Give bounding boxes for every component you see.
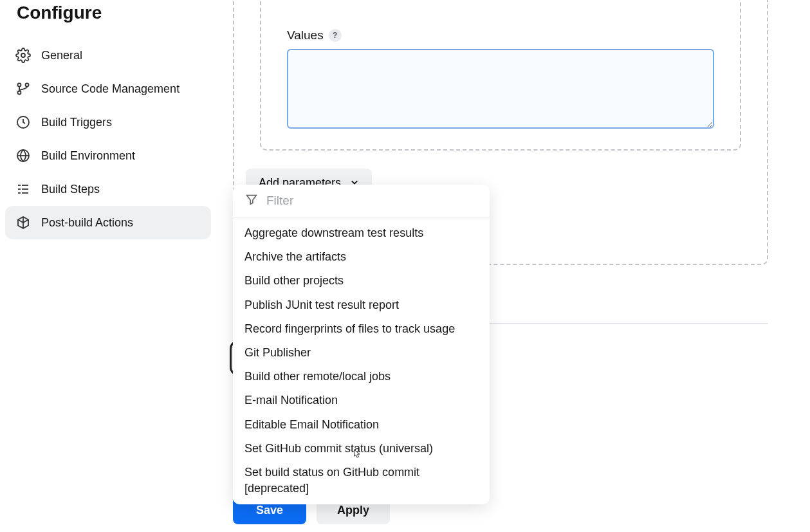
config-panel-inner: Values ?	[260, 0, 741, 151]
dropdown-item[interactable]: E-mail Notification	[233, 389, 490, 412]
sidebar-item-label: Build Environment	[41, 149, 135, 163]
sidebar-item-label: Build Steps	[41, 183, 100, 196]
clock-icon	[15, 115, 31, 130]
sidebar-item-general[interactable]: General	[5, 39, 211, 72]
svg-point-0	[21, 53, 25, 57]
sidebar-item-label: Build Triggers	[41, 116, 112, 129]
dropdown-item[interactable]: Publish JUnit test result report	[233, 293, 490, 317]
dropdown-item[interactable]: Aggregate downstream test results	[233, 221, 490, 245]
dropdown-filter-input[interactable]	[266, 194, 478, 208]
svg-point-1	[18, 84, 21, 87]
package-icon	[15, 215, 31, 230]
values-label: Values	[287, 28, 324, 42]
page-title: Configure	[17, 3, 211, 23]
sidebar-item-environment[interactable]: Build Environment	[5, 139, 211, 172]
dropdown-item[interactable]: Archive the artifacts	[233, 245, 490, 269]
dropdown-item[interactable]: Editable Email Notification	[233, 413, 490, 437]
sidebar-item-steps[interactable]: Build Steps	[5, 172, 211, 206]
dropdown-item[interactable]: Build other projects	[233, 269, 490, 293]
sidebar-item-label: Post-build Actions	[41, 216, 133, 230]
dropdown-item[interactable]: Record fingerprints of files to track us…	[233, 317, 490, 341]
steps-icon	[15, 181, 31, 197]
sidebar-item-label: General	[41, 49, 82, 62]
globe-icon	[15, 148, 31, 163]
dropdown-item[interactable]: Git Publisher	[233, 341, 490, 365]
svg-point-3	[26, 84, 29, 87]
help-icon[interactable]: ?	[329, 29, 342, 42]
dropdown-filter-row	[233, 185, 490, 217]
dropdown-list: Aggregate downstream test results Archiv…	[233, 217, 490, 504]
dropdown-item[interactable]: Build other remote/local jobs	[233, 365, 490, 389]
values-textarea[interactable]	[287, 49, 714, 129]
sidebar-item-scm[interactable]: Source Code Management	[5, 72, 211, 105]
dropdown-item[interactable]: Set GitHub commit status (universal)	[233, 437, 490, 461]
svg-point-2	[18, 91, 21, 95]
sidebar-item-postbuild[interactable]: Post-build Actions	[5, 206, 211, 239]
filter-icon	[244, 192, 259, 209]
sidebar-item-label: Source Code Management	[41, 82, 179, 96]
postbuild-action-dropdown: Aggregate downstream test results Archiv…	[233, 185, 490, 504]
dropdown-item[interactable]: Set build status on GitHub commit [depre…	[233, 461, 490, 500]
branch-icon	[15, 81, 31, 96]
sidebar-item-triggers[interactable]: Build Triggers	[5, 105, 211, 139]
gear-icon	[15, 48, 31, 63]
